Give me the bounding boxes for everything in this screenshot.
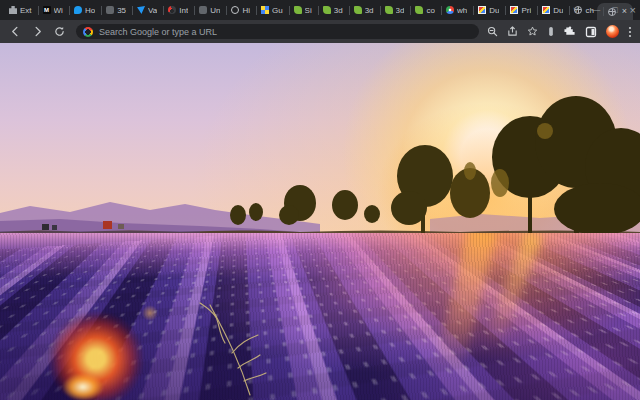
tab-list: Ext Wi Ho 35 Va Int Un Hi Gu Si 3d	[0, 0, 597, 20]
side-panel-icon[interactable]	[585, 26, 597, 38]
tab-ho[interactable]: Ho	[66, 0, 98, 20]
profile-avatar[interactable]	[606, 25, 619, 38]
window-controls: ∨ — □ ×	[573, 0, 636, 20]
maximize-icon[interactable]: □	[612, 6, 617, 15]
pinned-extension-icon[interactable]	[547, 26, 555, 37]
toolbar-action-icons	[487, 25, 634, 38]
lens-flare-dot	[142, 305, 158, 321]
tab-label: wh	[457, 6, 467, 15]
green-icon	[354, 6, 362, 14]
minimize-icon[interactable]: —	[591, 6, 600, 15]
dark-icon	[199, 6, 207, 14]
tab-label: Pri	[521, 6, 531, 15]
chrome-icon	[446, 6, 454, 14]
tab-wh[interactable]: wh	[438, 0, 470, 20]
picture-icon	[478, 6, 486, 14]
share-icon[interactable]	[507, 26, 518, 37]
tab-va[interactable]: Va	[129, 0, 160, 20]
tab-label: 3d	[334, 6, 343, 15]
reload-icon[interactable]	[50, 23, 68, 41]
dark-icon	[106, 6, 114, 14]
tab-label: co	[426, 6, 434, 15]
puzzle-icon	[9, 6, 17, 14]
tab-label: Du	[489, 6, 499, 15]
tab-3d[interactable]: 3d	[315, 0, 346, 20]
tab-3d[interactable]: 3d	[377, 0, 408, 20]
checker-icon	[261, 6, 269, 14]
tab-label: Un	[210, 6, 220, 15]
tab-label: Ho	[85, 6, 95, 15]
green-icon	[385, 6, 393, 14]
toolbar	[0, 20, 640, 43]
tab-label: 35	[117, 6, 126, 15]
gauge-icon	[168, 6, 176, 14]
tab-ext[interactable]: Ext	[6, 0, 35, 20]
tab-co[interactable]: co	[407, 0, 437, 20]
tab-search-icon[interactable]: ∨	[573, 6, 580, 15]
green-icon	[294, 6, 302, 14]
tab-du[interactable]: Du	[534, 0, 566, 20]
tab-label: 3d	[396, 6, 405, 15]
tab-label: Gu	[272, 6, 283, 15]
menu-dots-icon[interactable]	[628, 26, 632, 38]
tab-label: Si	[305, 6, 312, 15]
close-icon[interactable]: ×	[630, 5, 636, 16]
bird-icon	[137, 6, 145, 14]
browser-window: Ext Wi Ho 35 Va Int Un Hi Gu Si 3d	[0, 0, 640, 400]
tab-label: Hi	[242, 6, 250, 15]
green-icon	[415, 6, 423, 14]
tab-pri[interactable]: Pri	[502, 0, 534, 20]
tab-si[interactable]: Si	[286, 0, 315, 20]
back-icon[interactable]	[6, 23, 24, 41]
tab-gu[interactable]: Gu	[253, 0, 286, 20]
tab-label: Wi	[54, 6, 63, 15]
green-icon	[323, 6, 331, 14]
tab-un[interactable]: Un	[191, 0, 223, 20]
tab-wi[interactable]: Wi	[35, 0, 66, 20]
tab-35[interactable]: 35	[98, 0, 129, 20]
tab-strip: Ext Wi Ho 35 Va Int Un Hi Gu Si 3d	[0, 0, 640, 20]
tab-label: Int	[179, 6, 188, 15]
lens-flare-core	[62, 373, 104, 400]
new-tab-wallpaper	[0, 43, 640, 400]
tab-label: Du	[553, 6, 563, 15]
picture-icon	[542, 6, 550, 14]
picture-icon	[510, 6, 518, 14]
tab-du[interactable]: Du	[470, 0, 502, 20]
tab-int[interactable]: Int	[160, 0, 191, 20]
forward-icon[interactable]	[28, 23, 46, 41]
tab-hi[interactable]: Hi	[223, 0, 253, 20]
twitter-icon	[74, 6, 82, 14]
tab-label: 3d	[365, 6, 374, 15]
omnibox[interactable]	[76, 24, 479, 39]
google-icon	[83, 27, 93, 37]
clock-icon	[231, 6, 239, 14]
extensions-puzzle-icon[interactable]	[564, 26, 576, 38]
m-icon	[43, 6, 51, 14]
omnibox-input[interactable]	[99, 27, 472, 37]
tab-label: Va	[148, 6, 157, 15]
bookmark-star-icon[interactable]	[527, 26, 538, 37]
tab-3d[interactable]: 3d	[346, 0, 377, 20]
zoom-icon[interactable]	[487, 26, 498, 37]
tab-label: Ext	[20, 6, 32, 15]
